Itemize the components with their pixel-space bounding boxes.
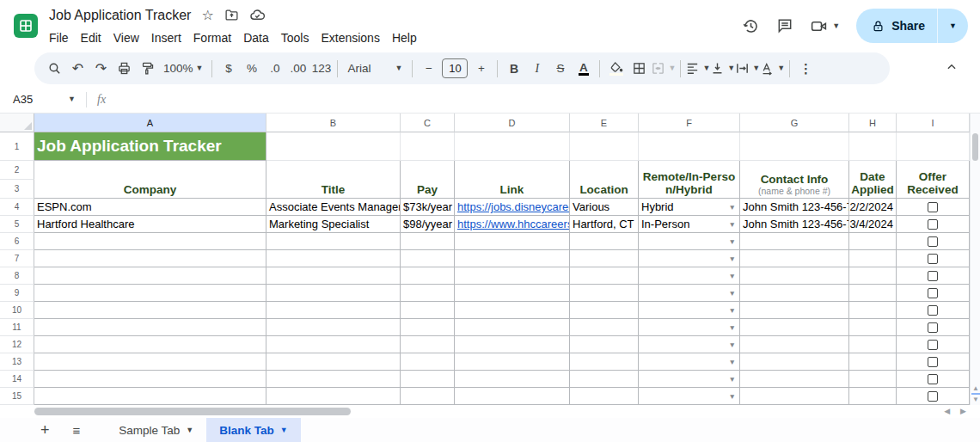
dropdown-caret-icon[interactable]: ▼ [729,375,736,384]
offer-received-checkbox[interactable] [928,288,938,298]
increase-decimal-button[interactable]: .00 [286,57,309,80]
row-header-1[interactable]: 1 [0,132,34,161]
cell-D8[interactable] [455,267,570,285]
more-options-icon[interactable]: ⋮ [794,57,818,80]
cell-A11[interactable] [34,319,266,336]
dropdown-caret-icon[interactable]: ▼ [729,220,736,229]
cell-E4[interactable]: Various [570,199,639,216]
cell-H14[interactable] [849,371,897,388]
cell-F12[interactable]: ▼ [639,336,740,353]
link-D4[interactable]: https://jobs.disneycaree [457,200,570,213]
row-header-10[interactable]: 10 [0,302,34,319]
column-header-A[interactable]: A [34,114,266,132]
offer-received-checkbox[interactable] [928,357,938,367]
cell-I8[interactable] [897,267,970,285]
cell-H12[interactable] [849,336,897,353]
join-call-control[interactable]: ▼ [810,17,840,35]
cell-E1[interactable] [570,132,639,161]
dropdown-caret-icon[interactable]: ▼ [729,323,736,332]
offer-received-checkbox[interactable] [928,202,938,212]
cell-E14[interactable] [570,371,639,388]
dropdown-caret-icon[interactable]: ▼ [729,237,736,246]
row-header-12[interactable]: 12 [0,336,34,353]
text-rotation-button[interactable]: ▼ [760,57,785,80]
cell-D13[interactable] [455,353,570,371]
header-title[interactable]: Title [266,161,401,199]
cell-G11[interactable] [740,319,849,336]
cell-B13[interactable] [266,353,401,371]
cell-B12[interactable] [266,336,401,353]
cell-F9[interactable]: ▼ [639,285,740,302]
row-header-15[interactable]: 15 [0,388,34,405]
cell-B4[interactable]: Associate Events Manager [266,199,401,216]
cell-C6[interactable] [401,233,455,250]
column-header-G[interactable]: G [740,114,849,132]
scroll-up-icon[interactable]: ▲ [972,384,979,392]
cell-H7[interactable] [849,250,897,267]
dropdown-caret-icon[interactable]: ▼ [729,306,736,315]
horizontal-align-button[interactable]: ▼ [685,57,710,80]
sheets-logo-icon[interactable] [14,14,38,38]
cell-F15[interactable]: ▼ [639,388,740,405]
fill-color-button[interactable] [604,57,628,80]
header-offer-received[interactable]: Offer Received [897,161,970,199]
row-header-2[interactable]: 2 [0,161,34,180]
header-pay[interactable]: Pay [401,161,455,199]
cell-H11[interactable] [849,319,897,336]
name-box[interactable]: A35 ▼ [0,93,86,106]
cell-B11[interactable] [266,319,401,336]
cell-D6[interactable] [455,233,570,250]
column-header-C[interactable]: C [401,114,455,132]
header-link[interactable]: Link [455,161,570,199]
column-header-F[interactable]: F [639,114,740,132]
offer-received-checkbox[interactable] [928,254,938,264]
header-contact-info[interactable]: Contact Info(name & phone #) [740,161,849,199]
cell-A7[interactable] [34,250,266,267]
cell-G8[interactable] [740,267,849,285]
cell-D14[interactable] [455,371,570,388]
cell-G1[interactable] [740,132,849,161]
cell-A13[interactable] [34,353,266,371]
cell-B1[interactable] [266,132,401,161]
menu-format[interactable]: Format [187,30,237,46]
bold-button[interactable]: B [502,57,525,80]
cell-H13[interactable] [849,353,897,371]
cell-B5[interactable]: Marketing Specialist [266,216,401,233]
cell-I12[interactable] [897,336,970,353]
font-size-input[interactable]: 10 [442,58,468,78]
print-icon[interactable] [113,57,136,80]
cell-E8[interactable] [570,267,639,285]
column-header-D[interactable]: D [455,114,570,132]
cell-D9[interactable] [455,285,570,302]
cell-I10[interactable] [897,302,970,319]
offer-received-checkbox[interactable] [928,391,938,402]
redo-icon[interactable]: ↷ [89,57,113,80]
cell-D12[interactable] [455,336,570,353]
text-wrap-button[interactable]: ▼ [735,57,760,80]
borders-button[interactable] [628,57,651,80]
select-all-corner[interactable] [0,114,34,132]
offer-received-checkbox[interactable] [928,271,938,281]
cell-H4[interactable]: 2/2/2024 [849,199,897,216]
cell-A5[interactable]: Hartford Healthcare [34,216,266,233]
cell-E9[interactable] [570,285,639,302]
vertical-align-button[interactable]: ▼ [710,57,735,80]
tab-sample-tab[interactable]: Sample Tab▼ [106,418,206,442]
row-header-3[interactable]: 3 [0,180,34,199]
cell-D11[interactable] [455,319,570,336]
cell-A10[interactable] [34,302,266,319]
offer-received-checkbox[interactable] [928,374,938,384]
share-button[interactable]: Share ▼ [856,9,968,43]
cell-G13[interactable] [740,353,849,371]
cell-I14[interactable] [897,371,970,388]
cell-E11[interactable] [570,319,639,336]
column-header-H[interactable]: H [849,114,897,132]
undo-icon[interactable]: ↶ [66,57,89,80]
menu-insert[interactable]: Insert [145,30,187,46]
cell-B10[interactable] [266,302,401,319]
cell-I5[interactable] [897,216,970,233]
row-header-6[interactable]: 6 [0,233,34,250]
dropdown-caret-icon[interactable]: ▼ [729,392,736,401]
cell-A9[interactable] [34,285,266,302]
cell-C15[interactable] [401,388,455,405]
